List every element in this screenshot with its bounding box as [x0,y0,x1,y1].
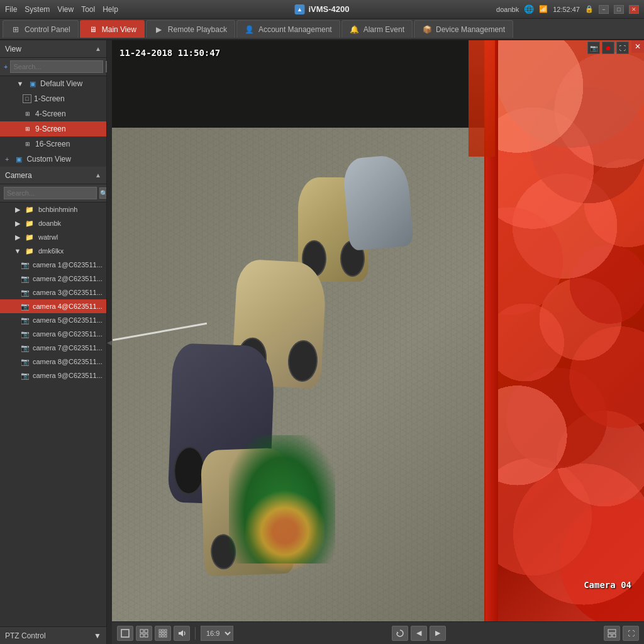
record-button[interactable]: ⏺ [602,42,614,54]
view-9-button[interactable] [155,626,171,641]
folder-doanbk[interactable]: ▶ 📁 doanbk [0,216,106,230]
screen4-icon: ⊞ [23,109,33,119]
next-button[interactable]: ▶ [430,626,446,641]
view-search-input[interactable] [10,60,103,73]
tree-item-default-view[interactable]: ▼ ▣ Default View [0,76,106,91]
svg-rect-8 [159,632,161,634]
camera-view-close-button[interactable]: ✕ [631,40,644,53]
camera-timestamp: 11-24-2018 11:50:47 [119,48,220,58]
app-title: ▲ iVMS-4200 [294,4,349,14]
camera-item-cam1[interactable]: 📷 camera 1@C623511... [0,258,106,272]
folder-watrwl[interactable]: ▶ 📁 watrwl [0,230,106,244]
cam3-icon: 📷 [20,287,30,297]
camera-item-cam2[interactable]: 📷 camera 2@C623511... [0,272,106,286]
svg-marker-15 [397,631,399,633]
cam8-icon: 📷 [20,357,30,367]
alarm-event-icon: 🔔 [350,25,360,35]
menu-file[interactable]: File [5,5,17,14]
tree-item-16-screen[interactable]: ⊞ 16-Screen [0,136,106,152]
fullscreen-view-button[interactable]: ⛶ [616,42,629,54]
main-layout: View ▲ + 🔍 ▼ ▣ Default View □ 1-Screen [0,40,644,644]
custom-view-icon: ▣ [14,154,24,164]
svg-rect-7 [165,630,167,631]
cam1-icon: 📷 [20,260,30,270]
tree-item-4-screen[interactable]: ⊞ 4-Screen [0,106,106,121]
camera-item-cam3[interactable]: 📷 camera 3@C623511... [0,286,106,299]
tree-item-custom-view[interactable]: + ▣ Custom View [0,152,106,167]
menu-system[interactable]: System [25,5,50,14]
camera-search-button[interactable]: 🔍 [99,187,106,199]
bottom-toolbar: 16:9 4:3 1:1 ◀ ▶ [112,621,644,644]
layout-button[interactable] [604,626,620,641]
camera-panel-title: Camera [5,171,32,180]
tree-item-1-screen[interactable]: □ 1-Screen [0,91,106,106]
tab-account-management[interactable]: 👤 Account Management [236,20,340,38]
flowers [245,488,325,575]
camera-search-input[interactable] [4,187,97,199]
network-icon: 📶 [539,5,548,13]
svg-rect-9 [162,632,164,634]
screen9-icon: ⊞ [23,124,33,134]
svg-rect-18 [613,634,616,637]
svg-rect-13 [165,635,167,637]
menu-view[interactable]: View [57,5,74,14]
moto-5 [342,154,414,252]
camera-item-cam8[interactable]: 📷 camera 8@C623511... [0,355,106,369]
minimize-button[interactable]: − [599,5,609,14]
red-decoration [469,40,495,157]
clock: 12:52:47 [553,6,580,13]
view-add-button[interactable]: + [4,63,8,70]
view-panel: View ▲ + 🔍 ▼ ▣ Default View □ 1-Screen [0,40,106,167]
refresh-button[interactable] [392,626,408,641]
wheel-rear2 [287,340,318,382]
tab-remote-playback[interactable]: ▶ Remote Playback [146,20,235,38]
cam2-icon: 📷 [20,274,30,284]
capture-button[interactable]: 📷 [587,42,600,54]
svg-rect-0 [121,630,129,637]
camera-list: ▶ 📁 bchbinhminh ▶ 📁 doanbk ▶ 📁 watrwl [0,203,106,626]
ptz-collapse-button[interactable]: ▼ [94,631,101,640]
camera-item-cam5[interactable]: 📷 camera 5@C623511... [0,313,106,327]
tree-item-9-screen[interactable]: ⊞ 9-Screen [0,121,106,136]
view-collapse-button[interactable]: ▲ [95,45,101,52]
expand-icon: ▼ [15,79,25,89]
fullscreen-button[interactable]: ⛶ [623,626,639,641]
view-1-button[interactable] [117,626,133,641]
camera-view[interactable]: 11-24-2018 11:50:47 Camera 04 ✕ 📷 ⏺ ⛶ [112,40,644,621]
view-panel-title: View [5,45,21,53]
folder-bchbinhminh[interactable]: ▶ 📁 bchbinhminh [0,203,106,216]
globe-icon: 🌐 [524,4,534,14]
tab-main-view[interactable]: 🖥 Main View [80,20,145,38]
camera-item-cam9[interactable]: 📷 camera 9@C623511... [0,369,106,382]
folder-dmk6lkx-icon: 📁 [25,247,34,255]
custom-view-add-btn[interactable]: + [5,155,11,163]
app-icon: ▲ [294,4,304,14]
volume-button[interactable] [174,626,190,641]
camera-item-cam7[interactable]: 📷 camera 7@C623511... [0,341,106,355]
aspect-ratio-select[interactable]: 16:9 4:3 1:1 [201,626,233,641]
menu-tool[interactable]: Tool [81,5,95,14]
restore-button[interactable]: □ [614,5,624,14]
view-4-button[interactable] [136,626,152,641]
cam4-icon: 📷 [20,301,30,311]
svg-rect-17 [608,634,611,637]
camera-item-cam4[interactable]: 📷 camera 4@C623511... [0,299,106,313]
camera-collapse-button[interactable]: ▲ [95,172,101,179]
menu-help[interactable]: Help [103,5,118,14]
tab-device-management[interactable]: 📦 Device Management [414,20,513,38]
tab-control-panel[interactable]: ⊞ Control Panel [3,20,79,38]
prev-button[interactable]: ◀ [411,626,427,641]
screen16-icon: ⊞ [23,139,33,149]
svg-rect-6 [162,630,164,631]
folder-dmk6lkx[interactable]: ▼ 📁 dmk6lkx [0,244,106,258]
tab-alarm-event[interactable]: 🔔 Alarm Event [341,20,413,38]
folder-expand-icon4: ▼ [13,246,23,256]
close-button[interactable]: ✕ [629,5,639,14]
remote-playback-icon: ▶ [154,25,164,35]
balloon-bumps [486,40,644,621]
resize-handle[interactable] [107,40,112,644]
svg-rect-2 [145,630,148,633]
ptz-control-bar: PTZ Control ▼ [0,626,106,644]
camera-item-cam6[interactable]: 📷 camera 6@C623511... [0,327,106,341]
account-management-icon: 👤 [245,25,255,35]
